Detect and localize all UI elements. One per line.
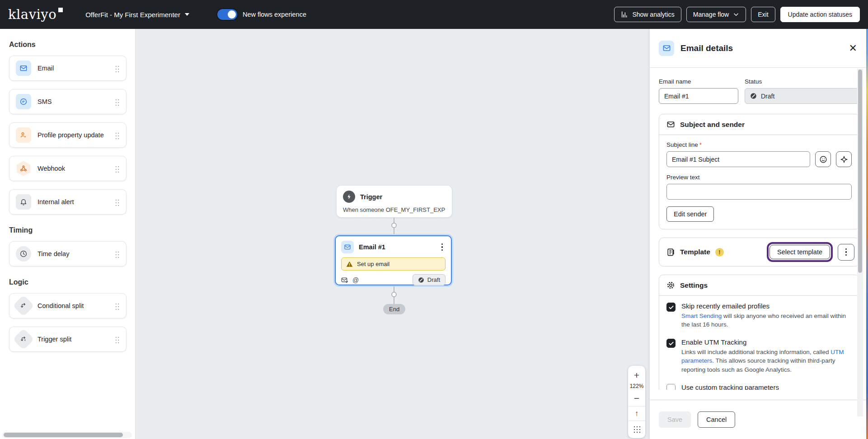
sidebar-item-label: Profile property update [38,131,108,139]
setting-label: Use custom tracking parameters [681,383,816,390]
drag-handle-icon[interactable] [115,131,120,139]
setting-skip-recently-emailed: Skip recently emailed profiles Smart Sen… [666,302,852,329]
drag-handle-icon[interactable] [115,250,120,258]
checkbox-unchecked[interactable] [666,384,676,390]
drag-handle-icon[interactable] [115,98,120,106]
template-kebab-menu-button[interactable] [838,244,854,261]
sidebar-item-internal-alert[interactable]: Internal alert [9,189,127,215]
subject-line-label: Subject line* [666,141,852,148]
email-icon [341,241,354,253]
toggle-knob [228,10,236,19]
checkbox-checked[interactable] [666,303,676,312]
node-status-chip[interactable]: Draft [413,274,446,285]
screen-edge-gradient [866,29,868,439]
zoom-level-label: 122% [630,382,644,392]
select-template-label: Select template [777,248,822,256]
manage-flow-button[interactable]: Manage flow [686,7,746,22]
sidebar-item-webhook[interactable]: Webhook [9,156,127,181]
preview-text-label: Preview text [666,174,852,181]
profile-icon [16,127,31,143]
sidebar-item-trigger-split[interactable]: Trigger split [9,327,127,352]
drag-handle-icon[interactable] [115,302,120,310]
sidebar-item-email[interactable]: Email [9,56,127,81]
scroll-to-top-button[interactable]: ↑ [628,408,645,419]
sidebar-horizontal-scrollbar[interactable] [2,432,132,438]
template-card: Template ! Select template [659,238,859,266]
preview-text-input[interactable] [666,184,852,200]
email-status-icon [341,277,348,283]
subject-line-label-text: Subject line [666,141,698,148]
cancel-button[interactable]: Cancel [698,411,735,428]
setting-use-custom-tracking: Use custom tracking parameters When enab… [666,383,852,390]
subject-line-input[interactable] [666,151,810,167]
sidebar-item-profile-property-update[interactable]: Profile property update [9,122,127,148]
minimap-grid-button[interactable] [633,425,641,433]
drag-handle-icon[interactable] [115,65,120,72]
sidebar-item-label: Email [38,65,108,72]
flow-name-dropdown[interactable]: OfferFit - My First Experimenter [85,11,189,19]
top-bar: klaviyo OfferFit - My First Experimenter… [0,0,868,29]
klaviyo-logo[interactable]: klaviyo [8,7,63,22]
show-analytics-button[interactable]: Show analytics [614,7,681,22]
warning-text: Set up email [357,261,389,267]
zoom-out-button[interactable]: − [628,392,645,405]
scrollbar-thumb[interactable] [858,70,862,273]
clock-icon [16,246,31,262]
template-icon [666,248,675,257]
sidebar-item-label: Time delay [38,250,108,257]
trigger-node[interactable]: Trigger When someone OFE_MY_FIRST_EXPERI… [337,186,452,217]
bell-icon [16,194,31,210]
logo-flag-mark [58,8,63,12]
email-details-panel: Email details ✕ Email name Status Draft … [650,29,868,439]
drag-handle-icon[interactable] [115,198,120,206]
settings-card-title: Settings [680,281,708,290]
show-analytics-label: Show analytics [632,11,674,18]
scrollbar-thumb[interactable] [4,433,123,437]
sidebar-item-label: Webhook [38,165,108,172]
lightning-icon [343,191,355,203]
drag-handle-icon[interactable] [115,165,120,173]
gear-icon [666,281,675,290]
save-label: Save [667,416,682,423]
divider [628,406,645,406]
status-label: Status [745,78,859,85]
new-flows-toggle[interactable] [217,9,237,20]
save-button[interactable]: Save [659,411,691,428]
flow-canvas[interactable]: Trigger When someone OFE_MY_FIRST_EXPERI… [136,29,650,439]
emoji-picker-button[interactable] [815,151,831,167]
divider [628,420,645,421]
select-template-button[interactable]: Select template [769,245,830,259]
toggle-label: New flows experience [243,11,306,18]
sidebar-item-sms[interactable]: SMS [9,89,127,114]
subject-and-sender-card: Subject and sender Subject line* Preview… [659,114,859,229]
drag-handle-icon[interactable] [115,336,120,343]
draft-icon [418,277,424,283]
close-icon[interactable]: ✕ [849,43,857,53]
panel-scroll-area[interactable]: Email name Status Draft Subject and send… [650,68,859,390]
connector-add-dot[interactable] [391,223,397,228]
status-value: Draft [761,93,774,100]
sidebar-item-label: Trigger split [38,336,108,343]
setup-email-warning[interactable]: Set up email [341,257,446,271]
edit-sender-label: Edit sender [674,210,707,218]
panel-title: Email details [680,43,733,53]
check-icon [668,341,674,346]
update-action-statuses-button[interactable]: Update action statuses [780,7,860,22]
checkbox-checked[interactable] [666,339,676,348]
node-kebab-menu[interactable] [439,243,446,252]
email-node-selected[interactable]: Email #1 Set up email @ Draft [335,235,452,285]
exit-button[interactable]: Exit [751,7,775,22]
sidebar-item-conditional-split[interactable]: Conditional split [9,293,127,318]
exit-label: Exit [758,11,768,18]
panel-vertical-scrollbar[interactable] [857,69,863,416]
personalization-button[interactable] [836,151,852,167]
zoom-in-button[interactable]: + [628,369,645,382]
connector-add-dot[interactable] [391,292,397,297]
settings-card: Settings Skip recently emailed profiles … [659,275,859,390]
smart-sending-link[interactable]: Smart Sending [681,313,722,319]
email-name-input[interactable] [659,88,738,104]
manage-flow-label: Manage flow [693,11,729,18]
sidebar-item-time-delay[interactable]: Time delay [9,241,127,266]
utm-at-icon: @ [352,276,359,284]
edit-sender-button[interactable]: Edit sender [666,206,714,222]
